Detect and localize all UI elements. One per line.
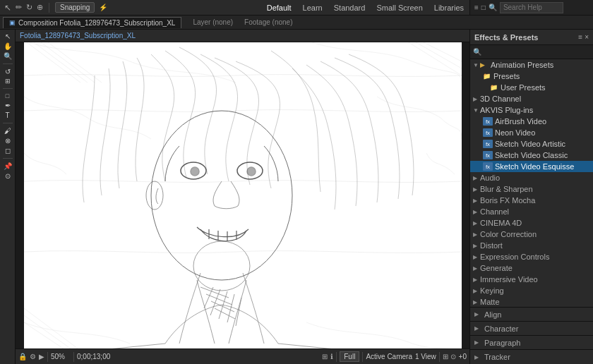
tree-section-color-correction[interactable]: ▶Color Correction [470, 229, 593, 240]
tree-section-boris-fx-mocha[interactable]: ▶Boris FX Mocha [470, 195, 593, 206]
search-help-input[interactable] [500, 2, 563, 13]
workspace-standard[interactable]: Standard [334, 4, 366, 12]
tree-arrow-right: ▶ [473, 96, 480, 102]
pen-shape-icon[interactable]: ✒ [5, 102, 11, 109]
tree-section-distort[interactable]: ▶Distort [470, 240, 593, 251]
stamp-tool-icon[interactable]: ⊗ [5, 137, 11, 145]
tracker-arrow: ▶ [474, 354, 481, 360]
neon-label: Neon Video [495, 128, 535, 137]
time-display: 0;00;13;00 [77, 353, 110, 360]
align-section[interactable]: ▶ Align [470, 308, 593, 322]
footage-label: Footage (none) [244, 18, 292, 26]
fx-icon-airbrush: fx [483, 117, 493, 126]
presets-label: Presets [493, 72, 520, 80]
tree-presets[interactable]: 📁 Presets [470, 71, 593, 82]
quality-button[interactable]: Full [340, 351, 359, 362]
selection-tool-icon[interactable]: ↖ [5, 32, 11, 40]
search-preset-icon: 🔍 [473, 48, 481, 56]
tree-sketch-artistic[interactable]: fx Sketch Video Artistic [470, 138, 593, 150]
panel-toggle-icon[interactable]: □ [481, 4, 486, 11]
anchor-tool-icon[interactable]: ⊕ [37, 3, 43, 12]
tree-section-cinema-4d[interactable]: ▶CINEMA 4D [470, 217, 593, 229]
search-bar: 🔍 [470, 45, 593, 59]
zoom-tool-icon[interactable]: 🔍 [4, 52, 12, 60]
text-tool-icon[interactable]: T [5, 111, 9, 119]
arrow-tool-icon[interactable]: ↖ [4, 3, 11, 13]
folder-icon: ▶ [480, 61, 489, 68]
pan-camera-icon[interactable]: ⊞ [5, 78, 11, 85]
camera-label[interactable]: Active Camera [366, 353, 412, 360]
tree-section-matte[interactable]: ▶Matte [470, 296, 593, 307]
tree-section-keying[interactable]: ▶Keying [470, 285, 593, 296]
tree-section-generate[interactable]: ▶Generate [470, 262, 593, 274]
tree-3d-channel[interactable]: ▶ 3D Channel [470, 93, 593, 104]
panel-menu-icon[interactable]: ≡ [578, 33, 582, 41]
3d-channel-label: 3D Channel [480, 95, 521, 103]
tree-animation-presets[interactable]: ▼ ▶ Animation Presets [470, 59, 593, 71]
eraser-tool-icon[interactable]: ◻ [5, 147, 11, 154]
tracker-section[interactable]: ▶ Tracker [470, 350, 593, 364]
tab-bar: ▣ Composition Fotolia_128976473_Subscrip… [0, 16, 593, 30]
animation-presets-label: Animation Presets [491, 61, 553, 69]
tree-arrow-down: ▼ [473, 62, 480, 68]
preview-icon[interactable]: ▶ [39, 353, 44, 360]
tree-section-audio[interactable]: ▶Audio [470, 172, 593, 183]
paragraph-arrow: ▶ [474, 339, 481, 346]
presets-folder-icon: 📁 [483, 73, 491, 80]
align-arrow: ▶ [474, 311, 481, 317]
view-count-label[interactable]: 1 View [415, 353, 436, 360]
rotate-tool-icon[interactable]: ↻ [26, 3, 32, 12]
paragraph-section[interactable]: ▶ Paragraph [470, 336, 593, 350]
panel-close-icon[interactable]: × [585, 33, 589, 41]
other-sections-container: ▶Audio▶Blur & Sharpen▶Boris FX Mocha▶Cha… [470, 172, 593, 307]
airbrush-label: AirBrush Video [495, 117, 546, 126]
workspace-libraries[interactable]: Libraries [434, 4, 464, 12]
snapping-button[interactable]: Snapping [55, 2, 95, 13]
user-presets-label: User Presets [501, 83, 546, 92]
info-icon[interactable]: ℹ [330, 353, 333, 360]
tree-section-blur-&-sharpen[interactable]: ▶Blur & Sharpen [470, 183, 593, 195]
character-arrow: ▶ [474, 325, 481, 332]
preset-search-input[interactable] [484, 48, 590, 56]
composition-tab[interactable]: ▣ Composition Fotolia_128976473_Subscrip… [3, 17, 181, 28]
zoom-display[interactable]: 50% [51, 353, 71, 360]
brush-tool-icon[interactable]: 🖌 [4, 127, 11, 135]
plus-value: +0 [459, 353, 467, 360]
workspace-learn[interactable]: Learn [303, 4, 323, 12]
akvis-label: AKVIS Plug-ins [480, 106, 533, 114]
svg-point-4 [191, 167, 199, 176]
expand-panel-icon[interactable]: ≡ [474, 4, 479, 11]
character-label: Character [484, 324, 518, 333]
workspace-small-screen[interactable]: Small Screen [376, 4, 422, 12]
pen-tool-icon[interactable]: ✏ [16, 3, 22, 12]
fx-icon-sketch-artistic: fx [483, 140, 493, 148]
rect-tool-icon[interactable]: □ [6, 92, 9, 99]
tree-section-expression-controls[interactable]: ▶Expression Controls [470, 251, 593, 262]
pin-tool-icon[interactable]: 📌 [4, 162, 12, 170]
tree-akvis[interactable]: ▼ AKVIS Plug-ins [470, 104, 593, 116]
render-icons: ⊞ ⊙ [443, 353, 456, 360]
workspace-tabs: Default Learn Standard Small Screen Libr… [261, 0, 469, 15]
tree-user-presets[interactable]: 📁 User Presets [470, 82, 593, 93]
tree-sketch-classic[interactable]: fx Sketch Video Classic [470, 150, 593, 161]
rotate-camera-icon[interactable]: ↺ [5, 68, 11, 75]
comp-settings-icon[interactable]: ⚙ [30, 353, 36, 360]
grid-icon[interactable]: ⊞ [322, 353, 328, 360]
top-toolbar: ↖ ✏ ↻ ⊕ Snapping ⚡ [0, 0, 261, 15]
tree-airbrush[interactable]: fx AirBrush Video [470, 116, 593, 127]
tree-section-channel[interactable]: ▶Channel [470, 206, 593, 217]
tree-section-immersive-video[interactable]: ▶Immersive Video [470, 274, 593, 285]
character-section[interactable]: ▶ Character [470, 322, 593, 336]
lock-icon[interactable]: 🔒 [18, 353, 27, 360]
workspace-default[interactable]: Default [267, 4, 292, 12]
composition-area: Fotolia_128976473_Subscription_XL [16, 30, 469, 364]
sketch-classic-label: Sketch Video Classic [495, 151, 568, 159]
tree-sketch-esquisse[interactable]: fx Sketch Video Esquisse [470, 161, 593, 172]
sketch-esquisse-label: Sketch Video Esquisse [495, 162, 574, 171]
comp-icon: ▣ [9, 19, 16, 26]
roto-tool-icon[interactable]: ⊙ [5, 172, 11, 180]
sketch-artistic-label: Sketch Video Artistic [495, 140, 565, 148]
hand-tool-icon[interactable]: ✋ [4, 42, 12, 50]
fx-icon-sketch-classic: fx [483, 151, 493, 159]
tree-neon[interactable]: fx Neon Video [470, 127, 593, 138]
